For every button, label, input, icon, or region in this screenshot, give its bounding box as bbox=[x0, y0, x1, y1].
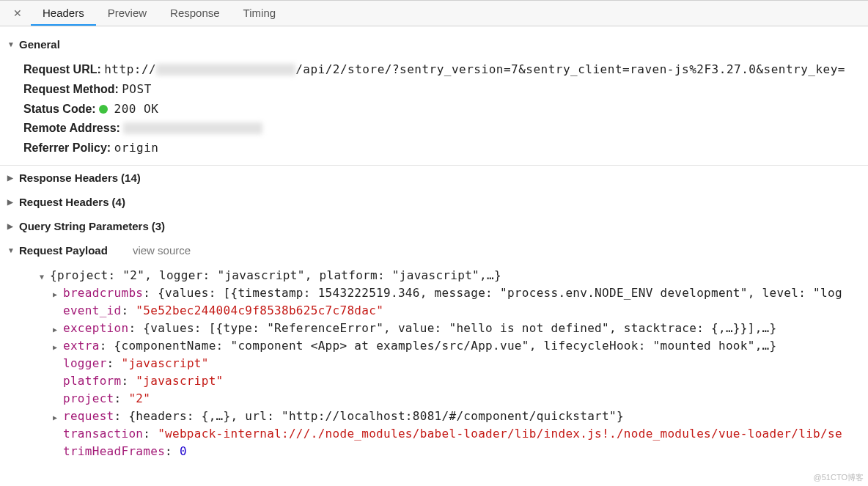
url-suffix: /api/2/store/?sentry_version=7&sentry_cl… bbox=[295, 62, 845, 76]
section-title: Request Payload bbox=[19, 244, 108, 257]
section-response-headers[interactable]: ▶ Response Headers (14) bbox=[0, 166, 868, 190]
status-code-label: Status Code: bbox=[23, 103, 96, 115]
general-details: Request URL: http:///api/2/store/?sentry… bbox=[0, 56, 868, 165]
referrer-policy-label: Referrer Policy: bbox=[23, 141, 111, 154]
payload-project[interactable]: project: "2" bbox=[23, 390, 868, 408]
disclosure-right-icon: ▶ bbox=[53, 324, 63, 335]
section-request-headers[interactable]: ▶ Request Headers (4) bbox=[0, 190, 868, 214]
payload-transaction[interactable]: transaction: "webpack-internal:///./node… bbox=[23, 425, 868, 443]
disclosure-right-icon: ▶ bbox=[53, 342, 63, 353]
section-query-string[interactable]: ▶ Query String Parameters (3) bbox=[0, 214, 868, 238]
payload-platform[interactable]: platform: "javascript" bbox=[23, 372, 868, 390]
request-method-label: Request Method: bbox=[23, 83, 119, 95]
disclosure-right-icon: ▶ bbox=[7, 174, 16, 182]
url-prefix: http:// bbox=[104, 62, 156, 76]
status-code: 200 OK bbox=[114, 102, 159, 116]
request-headers-count: (4) bbox=[112, 196, 125, 208]
disclosure-right-icon: ▶ bbox=[53, 289, 63, 300]
devtools-tabbar: ✕ Headers Preview Response Timing bbox=[0, 0, 868, 26]
tab-timing[interactable]: Timing bbox=[232, 1, 287, 26]
watermark: @51CTO博客 bbox=[814, 472, 864, 483]
disclosure-down-icon: ▼ bbox=[40, 271, 50, 282]
disclosure-right-icon: ▶ bbox=[53, 412, 63, 423]
payload-event-id[interactable]: event_id: "5e52bec244004c9f8538b625c7c78… bbox=[23, 302, 868, 320]
request-url-label: Request URL: bbox=[23, 63, 101, 76]
disclosure-right-icon: ▶ bbox=[7, 222, 16, 230]
payload-trim[interactable]: trimHeadFrames: 0 bbox=[23, 443, 868, 460]
payload-tree: ▼{project: "2", logger: "javascript", pl… bbox=[0, 262, 868, 460]
response-headers-count: (14) bbox=[121, 172, 141, 184]
payload-root[interactable]: ▼{project: "2", logger: "javascript", pl… bbox=[23, 267, 868, 284]
remote-address-label: Remote Address: bbox=[23, 122, 120, 134]
view-source-link[interactable]: view source bbox=[133, 244, 191, 257]
headers-panel: ▼ General Request URL: http:///api/2/sto… bbox=[0, 32, 868, 460]
referrer-policy: origin bbox=[114, 141, 159, 155]
payload-extra[interactable]: ▶extra: {componentName: "component <App>… bbox=[23, 337, 868, 355]
section-title: Request Headers bbox=[19, 196, 109, 208]
payload-logger[interactable]: logger: "javascript" bbox=[23, 355, 868, 372]
redacted-host bbox=[156, 64, 295, 76]
section-title: Query String Parameters bbox=[19, 220, 149, 232]
payload-request[interactable]: ▶request: {headers: {,…}, url: "http://l… bbox=[23, 408, 868, 425]
request-method: POST bbox=[122, 82, 152, 96]
section-title: General bbox=[19, 38, 60, 51]
section-general[interactable]: ▼ General bbox=[0, 32, 868, 56]
query-string-count: (3) bbox=[152, 220, 165, 232]
section-request-payload[interactable]: ▼ Request Payload view source bbox=[0, 238, 868, 262]
redacted-remote bbox=[123, 122, 262, 134]
tab-response[interactable]: Response bbox=[158, 1, 232, 26]
disclosure-down-icon: ▼ bbox=[7, 246, 16, 254]
disclosure-down-icon: ▼ bbox=[7, 40, 16, 48]
tab-headers[interactable]: Headers bbox=[31, 1, 96, 26]
tab-preview[interactable]: Preview bbox=[96, 1, 158, 26]
section-title: Response Headers bbox=[19, 172, 118, 184]
status-dot-icon bbox=[99, 105, 108, 114]
close-icon[interactable]: ✕ bbox=[4, 7, 31, 19]
disclosure-right-icon: ▶ bbox=[7, 198, 16, 206]
payload-exception[interactable]: ▶exception: {values: [{type: "ReferenceE… bbox=[23, 320, 868, 337]
payload-breadcrumbs[interactable]: ▶breadcrumbs: {values: [{timestamp: 1543… bbox=[23, 284, 868, 302]
